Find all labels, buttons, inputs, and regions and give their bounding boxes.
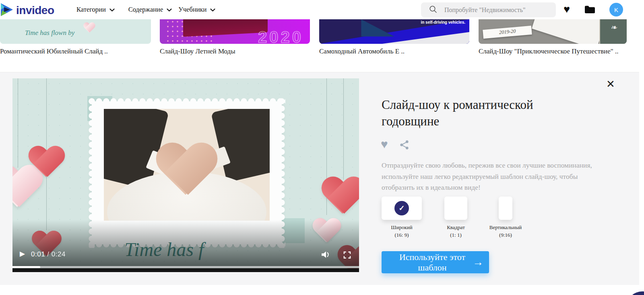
nav-tutorials-label: Учебники bbox=[178, 6, 206, 14]
nav-categories[interactable]: Категории bbox=[76, 6, 115, 14]
favorites-icon[interactable]: ♥ bbox=[564, 3, 570, 15]
groom-sleeve bbox=[211, 109, 270, 182]
user-avatar[interactable]: K bbox=[609, 3, 623, 16]
invideo-logo-icon bbox=[1, 2, 14, 19]
time-separator: / bbox=[47, 250, 49, 258]
thumb-overlay-text: 2020 bbox=[258, 28, 303, 44]
folder-icon[interactable] bbox=[584, 5, 595, 15]
aspect-label-vertical: Вертикальный (9:16) bbox=[481, 223, 530, 239]
video-progress-fill bbox=[12, 266, 40, 268]
thumb-shape bbox=[532, 19, 606, 44]
aspect-name: Квадрат bbox=[433, 223, 479, 231]
search-bar bbox=[421, 2, 556, 17]
nav-tutorials[interactable]: Учебники bbox=[178, 6, 215, 14]
chevron-down-icon bbox=[210, 6, 215, 14]
heart-thread bbox=[18, 78, 18, 168]
main-nav: Категории Содержание Учебники bbox=[76, 0, 215, 19]
template-title: Слайд-шоу к романтической годовщине bbox=[382, 96, 561, 129]
nav-content[interactable]: Содержание bbox=[128, 6, 172, 14]
wedding-photo bbox=[104, 109, 270, 221]
nav-content-label: Содержание bbox=[128, 6, 163, 14]
chat-widget-button[interactable] bbox=[626, 291, 644, 295]
aspect-ratio: (16: 9) bbox=[382, 231, 422, 239]
heart-thread bbox=[343, 78, 344, 180]
thumb-overlay-text: Time has flown by bbox=[25, 29, 74, 37]
template-thumb-adventure-travel[interactable]: 2019-20 ❧ bbox=[479, 19, 627, 44]
use-template-label: Используйте этот шаблон bbox=[396, 252, 469, 273]
selected-check-icon: ✓ bbox=[394, 201, 409, 215]
template-video-player[interactable]: Time has f ▶ 0:01 / 0:24 bbox=[12, 78, 359, 272]
template-description: Отпразднуйте свою любовь, пережив все св… bbox=[382, 160, 605, 193]
thumb-inner-frame bbox=[183, 19, 268, 37]
aspect-option-square[interactable] bbox=[444, 197, 467, 220]
thumb-overlay-text: in self-driving vehicles. bbox=[421, 20, 465, 25]
chevron-down-icon bbox=[167, 6, 172, 14]
template-thumb-summer-fashion[interactable]: 2020 bbox=[160, 19, 310, 44]
check-mark: ✓ bbox=[398, 204, 405, 213]
invideo-logo[interactable]: invideo bbox=[1, 2, 54, 19]
template-label[interactable]: Слайд-Шоу Летней Моды bbox=[160, 47, 235, 55]
paper-heart-decor bbox=[28, 147, 65, 181]
aspect-option-wide[interactable]: ✓ bbox=[382, 197, 422, 220]
template-thumb-romantic-anniversary[interactable]: Time has flown by bbox=[0, 19, 151, 44]
close-icon[interactable]: ✕ bbox=[604, 77, 617, 91]
aspect-option-vertical[interactable] bbox=[499, 197, 512, 220]
aspect-name: Широкий bbox=[382, 223, 422, 231]
hands-heart-shape bbox=[156, 144, 218, 201]
paper-heart-decor bbox=[83, 23, 95, 34]
chevron-down-icon bbox=[109, 6, 115, 14]
thumb-overlay-text: 2019-20 bbox=[483, 25, 532, 38]
paper-heart-decor bbox=[321, 177, 359, 218]
template-label[interactable]: Слайд-Шоу "Приключенческое Путешествие" … bbox=[479, 47, 618, 55]
aspect-label-square: Квадрат (1: 1) bbox=[433, 223, 479, 239]
arrow-right-icon: → bbox=[469, 256, 483, 268]
video-progress-bar[interactable] bbox=[12, 266, 359, 268]
video-letterbox bbox=[12, 268, 359, 272]
video-bottom-gradient bbox=[12, 220, 359, 269]
video-timestamp: 0:01 / 0:24 bbox=[31, 250, 66, 258]
aspect-ratio: (1: 1) bbox=[433, 231, 479, 239]
invideo-logo-text: invideo bbox=[16, 3, 54, 18]
invideo-app: invideo Категории Содержание Учебники bbox=[0, 0, 644, 295]
template-label[interactable]: Романтический Юбилейный Слайд .. bbox=[0, 47, 108, 55]
aspect-label-wide: Широкий (16: 9) bbox=[382, 223, 422, 239]
template-label[interactable]: Самоходный Автомобиль E .. bbox=[319, 47, 405, 55]
use-template-button[interactable]: Используйте этот шаблон → bbox=[382, 251, 489, 273]
fullscreen-icon[interactable] bbox=[343, 251, 351, 260]
search-icon bbox=[429, 5, 437, 15]
volume-icon[interactable] bbox=[321, 250, 331, 260]
aspect-ratio: (9:16) bbox=[481, 231, 530, 239]
like-heart-icon[interactable]: ♥ bbox=[381, 137, 388, 151]
template-thumb-self-driving-car[interactable]: in self-driving vehicles. bbox=[319, 19, 469, 44]
play-icon[interactable]: ▶ bbox=[20, 250, 25, 258]
aspect-name: Вертикальный bbox=[481, 223, 530, 231]
ornament-icon: ❧ bbox=[610, 23, 617, 32]
duration: 0:24 bbox=[52, 250, 66, 258]
share-icon[interactable] bbox=[399, 140, 409, 152]
nav-categories-label: Категории bbox=[76, 6, 106, 14]
current-time: 0:01 bbox=[31, 250, 45, 258]
avatar-letter: K bbox=[614, 6, 618, 13]
search-input[interactable] bbox=[444, 6, 556, 14]
top-navbar: invideo Категории Содержание Учебники bbox=[0, 0, 644, 19]
